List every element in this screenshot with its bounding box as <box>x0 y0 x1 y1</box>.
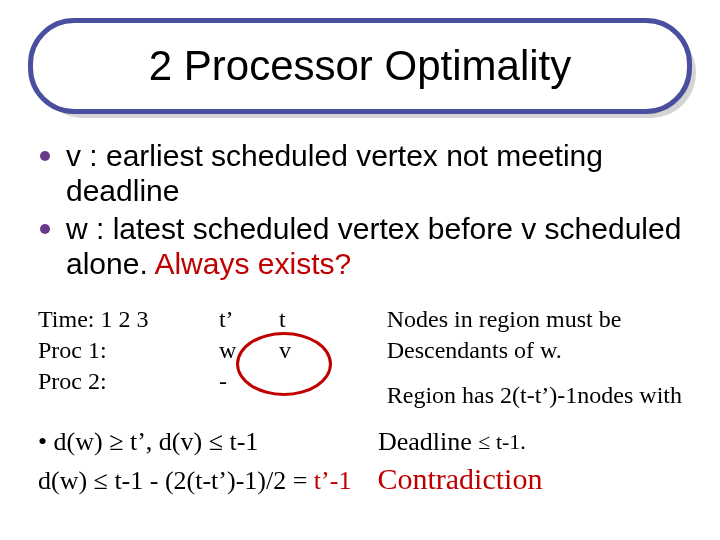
c1c: t-1 <box>223 427 258 456</box>
mid-row-1: t’ t <box>219 304 377 335</box>
c1a: • d(w) <box>38 427 109 456</box>
bullet-2: w : latest scheduled vertex before v sch… <box>38 211 682 282</box>
deadline-b: t-1. <box>490 429 525 454</box>
lower-region: Time: 1 2 3 Proc 1: Proc 2: t’ t w v <box>38 304 682 499</box>
slide: 2 Processor Optimality v : earliest sche… <box>0 18 720 540</box>
note-line-2: Descendants of w. <box>387 335 682 366</box>
title-box: 2 Processor Optimality <box>28 18 692 114</box>
title-container: 2 Processor Optimality <box>28 18 692 114</box>
conclusion-left: • d(w) ≥ t’, d(v) ≤ t-1 <box>38 425 378 459</box>
spacer <box>387 366 682 380</box>
bullet-1-text: v : earliest scheduled vertex not meetin… <box>66 139 603 207</box>
c1b: t’, d(v) <box>123 427 208 456</box>
le-symbol-2: ≤ <box>94 466 108 495</box>
cell-w: w <box>219 335 279 366</box>
slide-body: v : earliest scheduled vertex not meetin… <box>0 114 720 499</box>
cell-dash: - <box>219 366 279 397</box>
deadline-note: Deadline ≤ t-1. <box>378 425 526 459</box>
bullet-2-emphasis: Always exists? <box>154 247 351 280</box>
right-column: Nodes in region must be Descendants of w… <box>377 304 682 412</box>
slide-title: 2 Processor Optimality <box>149 42 571 90</box>
mid-row-2: w v <box>219 335 377 366</box>
le-symbol-1: ≤ <box>209 427 223 456</box>
c2a: d(w) <box>38 466 94 495</box>
bullet-list: v : earliest scheduled vertex not meetin… <box>38 138 682 282</box>
contradiction-label: Contradiction <box>377 462 542 495</box>
c2b: t-1 - (2(t-t’)-1)/2 = <box>108 466 314 495</box>
conclusion-row-2: d(w) ≤ t-1 - (2(t-t’)-1)/2 = t’-1 Contra… <box>38 459 682 499</box>
bullet-1: v : earliest scheduled vertex not meetin… <box>38 138 682 209</box>
proc2-label: Proc 2: <box>38 366 219 397</box>
ge-symbol: ≥ <box>109 427 123 456</box>
note-line-3: Region has 2(t-t’)-1nodes with <box>387 380 682 411</box>
conclusion-row-1: • d(w) ≥ t’, d(v) ≤ t-1 Deadline ≤ t-1. <box>38 425 682 459</box>
conclusion-block: • d(w) ≥ t’, d(v) ≤ t-1 Deadline ≤ t-1. … <box>38 425 682 499</box>
mid-table: t’ t w v - <box>219 304 377 398</box>
note-line-1: Nodes in region must be <box>387 304 682 335</box>
cell-empty <box>279 366 329 397</box>
three-column-row: Time: 1 2 3 Proc 1: Proc 2: t’ t w v <box>38 304 682 412</box>
le-symbol-small: ≤ <box>478 429 490 454</box>
mid-column: t’ t w v - <box>219 304 377 398</box>
cell-tprime: t’ <box>219 304 279 335</box>
left-column: Time: 1 2 3 Proc 1: Proc 2: <box>38 304 219 398</box>
time-label: Time: 1 2 3 <box>38 304 219 335</box>
c2-red1: t’-1 <box>314 466 352 495</box>
cell-v: v <box>279 335 329 366</box>
cell-t: t <box>279 304 329 335</box>
proc1-label: Proc 1: <box>38 335 219 366</box>
deadline-a: Deadline <box>378 427 478 456</box>
mid-row-3: - <box>219 366 377 397</box>
